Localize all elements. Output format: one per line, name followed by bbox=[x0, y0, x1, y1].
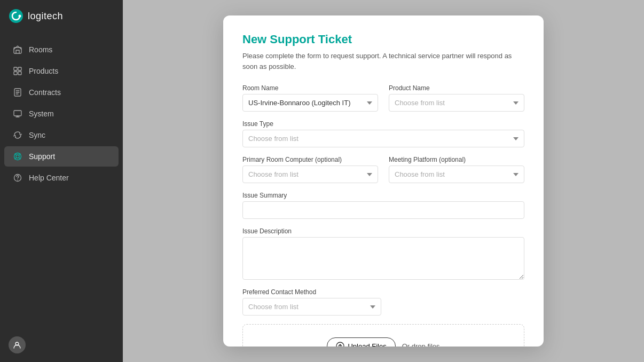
brand-name: logitech bbox=[28, 11, 63, 22]
upload-icon bbox=[336, 342, 344, 347]
form-group-primary-room-computer: Primary Room Computer (optional) Choose … bbox=[242, 156, 378, 183]
issue-summary-label: Issue Summary bbox=[242, 192, 524, 199]
preferred-contact-label: Preferred Contact Method bbox=[242, 288, 381, 296]
preferred-contact-select[interactable]: Choose from list bbox=[242, 298, 381, 316]
sidebar-item-rooms-label: Rooms bbox=[29, 45, 52, 54]
meeting-platform-label: Meeting Platform (optional) bbox=[389, 156, 524, 163]
room-name-label: Room Name bbox=[242, 84, 378, 92]
upload-or-text: Or drop files bbox=[402, 342, 440, 347]
issue-type-select[interactable]: Choose from list bbox=[242, 130, 524, 147]
product-name-label: Product Name bbox=[389, 84, 524, 92]
support-ticket-modal: New Support Ticket Please complete the f… bbox=[223, 15, 544, 347]
primary-room-computer-label: Primary Room Computer (optional) bbox=[242, 156, 378, 163]
sidebar-item-sync-label: Sync bbox=[29, 131, 45, 139]
sidebar: logitech Rooms Pro bbox=[0, 0, 123, 362]
sidebar-item-help-center[interactable]: Help Center bbox=[4, 168, 119, 188]
meeting-platform-select[interactable]: Choose from list bbox=[389, 166, 524, 183]
form-row-1: Room Name US-Irvine-Bonnaroo (Logitech I… bbox=[242, 84, 524, 112]
sidebar-item-contracts-label: Contracts bbox=[29, 88, 61, 97]
sidebar-item-sync[interactable]: Sync bbox=[4, 125, 119, 145]
avatar[interactable] bbox=[9, 336, 26, 353]
upload-files-button[interactable]: Upload Files bbox=[327, 337, 395, 347]
form-row-contact-method: Preferred Contact Method Choose from lis… bbox=[242, 288, 524, 316]
sidebar-item-support-label: Support bbox=[29, 152, 55, 161]
svg-rect-5 bbox=[14, 72, 17, 75]
form-group-room-name: Room Name US-Irvine-Bonnaroo (Logitech I… bbox=[242, 84, 378, 112]
svg-rect-6 bbox=[18, 72, 21, 75]
form-row-issue-summary: Issue Summary bbox=[242, 192, 524, 219]
sidebar-nav: Rooms Products Contracts bbox=[0, 34, 123, 328]
form-group-issue-summary: Issue Summary bbox=[242, 192, 524, 219]
product-name-select[interactable]: Choose from list bbox=[389, 94, 524, 112]
sidebar-item-products-label: Products bbox=[29, 67, 58, 75]
sidebar-bottom bbox=[0, 328, 123, 362]
help-icon bbox=[13, 173, 22, 183]
svg-rect-4 bbox=[18, 67, 21, 70]
main-area: New Support Ticket Please complete the f… bbox=[123, 0, 644, 362]
form-row-2: Issue Type Choose from list bbox=[242, 120, 524, 147]
rooms-icon bbox=[13, 45, 22, 54]
sidebar-item-system[interactable]: System bbox=[4, 104, 119, 124]
upload-files-label: Upload Files bbox=[348, 342, 386, 347]
sidebar-item-rooms[interactable]: Rooms bbox=[4, 40, 119, 60]
form-group-issue-description: Issue Description bbox=[242, 227, 524, 280]
svg-rect-3 bbox=[14, 67, 17, 70]
primary-room-computer-select[interactable]: Choose from list bbox=[242, 166, 378, 183]
form-group-preferred-contact: Preferred Contact Method Choose from lis… bbox=[242, 288, 381, 316]
sync-icon bbox=[13, 130, 22, 140]
issue-type-label: Issue Type bbox=[242, 120, 524, 128]
form-group-issue-type: Issue Type Choose from list bbox=[242, 120, 524, 147]
modal-description: Please complete the form to request supp… bbox=[242, 51, 524, 72]
support-icon bbox=[13, 152, 22, 161]
room-name-select[interactable]: US-Irvine-Bonnaroo (Logitech IT) bbox=[242, 94, 378, 112]
modal-overlay: New Support Ticket Please complete the f… bbox=[123, 0, 644, 362]
logitech-logo-icon bbox=[9, 9, 23, 23]
sidebar-item-support[interactable]: Support bbox=[4, 146, 119, 167]
sidebar-item-products[interactable]: Products bbox=[4, 61, 119, 81]
upload-area[interactable]: Upload Files Or drop files bbox=[242, 324, 524, 347]
issue-summary-input[interactable] bbox=[242, 201, 524, 219]
issue-description-label: Issue Description bbox=[242, 227, 524, 235]
sidebar-item-system-label: System bbox=[29, 109, 54, 118]
sidebar-item-contracts[interactable]: Contracts bbox=[4, 82, 119, 103]
svg-point-1 bbox=[19, 15, 21, 18]
sidebar-header: logitech bbox=[0, 0, 123, 34]
svg-rect-8 bbox=[14, 111, 21, 116]
form-group-product-name: Product Name Choose from list bbox=[389, 84, 524, 112]
products-icon bbox=[13, 66, 22, 76]
form-group-meeting-platform: Meeting Platform (optional) Choose from … bbox=[389, 156, 524, 183]
logitech-logo: logitech bbox=[9, 9, 63, 23]
form-row-3: Primary Room Computer (optional) Choose … bbox=[242, 156, 524, 183]
modal-title: New Support Ticket bbox=[242, 33, 524, 46]
form-row-issue-description: Issue Description bbox=[242, 227, 524, 280]
issue-description-textarea[interactable] bbox=[242, 237, 524, 280]
svg-point-12 bbox=[17, 179, 18, 180]
sidebar-item-help-center-label: Help Center bbox=[29, 174, 69, 182]
contracts-icon bbox=[13, 88, 22, 97]
system-icon bbox=[13, 109, 22, 119]
